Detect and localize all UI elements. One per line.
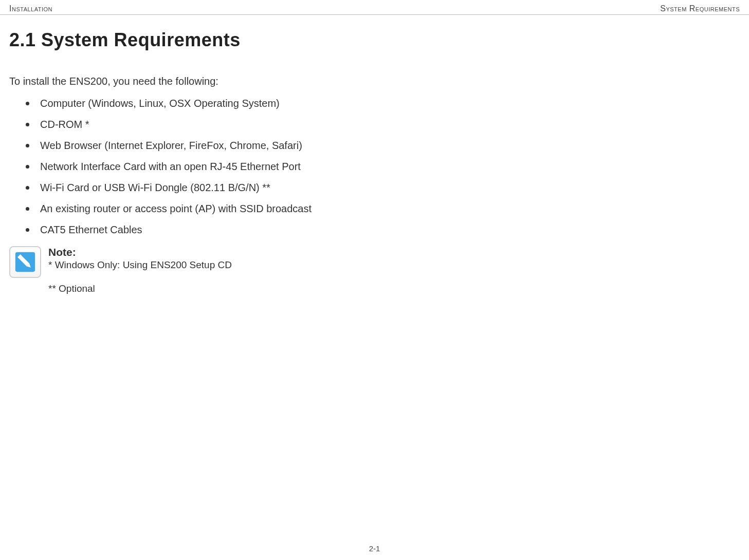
list-item: Network Interface Card with an open RJ-4… bbox=[38, 160, 349, 174]
page-header: Installation System Requirements bbox=[0, 0, 749, 15]
list-item: CD-ROM * bbox=[38, 118, 349, 132]
list-item: An existing router or access point (AP) … bbox=[38, 202, 349, 216]
page-footer: 2-1 bbox=[0, 544, 749, 553]
list-item: Web Browser (Internet Explorer, FireFox,… bbox=[38, 139, 349, 153]
intro-paragraph: To install the ENS200, you need the foll… bbox=[9, 76, 740, 87]
header-right: System Requirements bbox=[660, 4, 740, 13]
list-item: Wi-Fi Card or USB Wi-Fi Dongle (802.11 B… bbox=[38, 181, 349, 195]
requirements-list: Computer (Windows, Linux, OSX Operating … bbox=[9, 97, 349, 237]
note-text: Note: * Windows Only: Using ENS200 Setup… bbox=[48, 246, 232, 294]
list-item: CAT5 Ethernet Cables bbox=[38, 223, 349, 237]
section-title: 2.1 System Requirements bbox=[9, 29, 740, 51]
note-line-2: ** Optional bbox=[48, 283, 232, 294]
page-content: 2.1 System Requirements To install the E… bbox=[0, 15, 749, 294]
header-left: Installation bbox=[9, 4, 52, 13]
page-number: 2-1 bbox=[369, 544, 380, 553]
note-block: Note: * Windows Only: Using ENS200 Setup… bbox=[9, 246, 740, 294]
note-line-1: * Windows Only: Using ENS200 Setup CD bbox=[48, 259, 232, 271]
list-item: Computer (Windows, Linux, OSX Operating … bbox=[38, 97, 349, 110]
note-label: Note: bbox=[48, 246, 232, 258]
pencil-note-icon bbox=[9, 246, 41, 278]
